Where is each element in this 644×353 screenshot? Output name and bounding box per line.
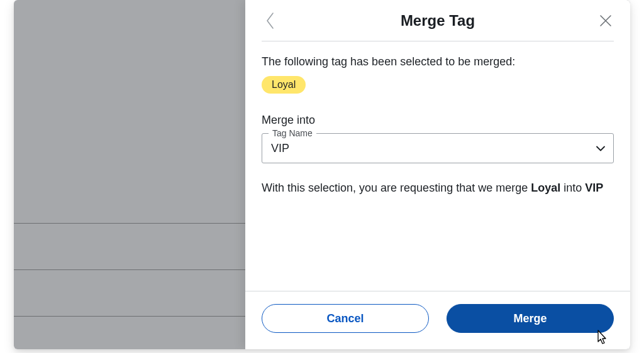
back-icon[interactable] bbox=[262, 11, 278, 31]
dialog-header: Merge Tag bbox=[262, 0, 614, 41]
tag-name-select-wrap: Tag Name VIP bbox=[262, 133, 614, 163]
tag-name-select[interactable]: Tag Name VIP bbox=[262, 133, 614, 163]
confirmation-source: Loyal bbox=[531, 182, 560, 194]
dialog-title: Merge Tag bbox=[401, 12, 475, 30]
dialog-footer: Cancel Merge bbox=[245, 291, 630, 349]
close-icon[interactable] bbox=[597, 13, 614, 29]
intro-text: The following tag has been selected to b… bbox=[262, 55, 614, 68]
confirmation-text: With this selection, you are requesting … bbox=[262, 180, 614, 197]
confirmation-target: VIP bbox=[585, 182, 603, 194]
merge-tag-dialog: Merge Tag The following tag has been sel… bbox=[245, 0, 630, 349]
selected-tag-pill: Loyal bbox=[262, 76, 306, 94]
merge-into-label: Merge into bbox=[262, 114, 614, 127]
tag-name-floating-label: Tag Name bbox=[269, 128, 316, 138]
merge-button[interactable]: Merge bbox=[447, 304, 614, 333]
confirmation-middle: into bbox=[560, 182, 585, 194]
app-window: Merge Tag The following tag has been sel… bbox=[14, 0, 630, 349]
tag-name-select-value: VIP bbox=[271, 142, 289, 155]
cancel-button[interactable]: Cancel bbox=[262, 304, 429, 333]
confirmation-prefix: With this selection, you are requesting … bbox=[262, 182, 531, 194]
chevron-down-icon bbox=[596, 142, 606, 155]
dialog-body: The following tag has been selected to b… bbox=[245, 41, 630, 291]
